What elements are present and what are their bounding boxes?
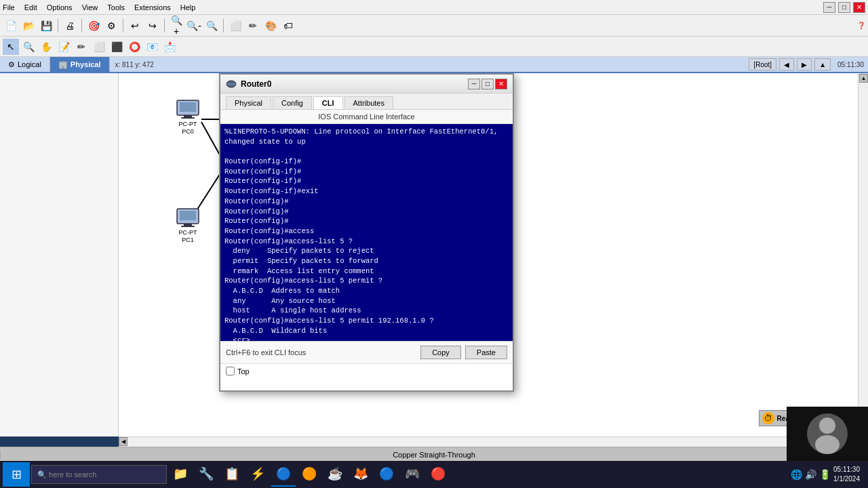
tab-cli[interactable]: CLI	[313, 96, 343, 109]
device-pc0[interactable]: PC-PTPC0	[174, 99, 201, 136]
physical-icon: 🏢	[58, 60, 68, 69]
tab-bar-right: [Root] ◀ ▶ ▲ 05:11:30	[749, 57, 868, 72]
tab-config[interactable]: Config	[273, 96, 312, 109]
h-scroll-track[interactable]	[127, 437, 849, 447]
menu-extensions[interactable]: Extensions	[134, 3, 171, 12]
preferences-button[interactable]: ⚙	[103, 18, 119, 34]
move-tool[interactable]: 🔍	[20, 39, 37, 55]
maximize-button[interactable]: □	[838, 2, 850, 13]
inspect-tool[interactable]: ⬜	[91, 39, 107, 55]
scroll-track[interactable]	[859, 83, 868, 426]
dialog-maximize-button[interactable]: □	[481, 79, 494, 89]
root-button[interactable]: [Root]	[749, 58, 776, 70]
network-canvas[interactable]: PC-PTPC0 2811Router0	[119, 73, 858, 436]
nav-up-button[interactable]: ▲	[814, 58, 831, 70]
tab-attributes[interactable]: Attributes	[344, 96, 393, 109]
cli-line: Router(config)#	[224, 207, 509, 217]
separator	[223, 19, 224, 33]
save-button[interactable]: 💾	[38, 18, 54, 34]
taskbar-file-explorer-button[interactable]: 📁	[168, 462, 193, 487]
zoom-in-button[interactable]: 🔍+	[168, 18, 184, 34]
menu-help[interactable]: Help	[180, 3, 196, 12]
clock-display: 05:11:30	[837, 61, 864, 68]
open-button[interactable]: 📂	[20, 18, 37, 34]
separator	[58, 19, 58, 33]
menu-tools[interactable]: Tools	[107, 3, 125, 12]
svg-point-44	[819, 418, 835, 434]
print-button[interactable]: 🖨	[62, 18, 78, 34]
cli-line: any Any source host	[224, 296, 509, 306]
toolbar-secondary: ↖ 🔍 ✋ 📝 ✏ ⬜ ⬛ ⭕ 📧 📩	[0, 37, 868, 57]
taskbar-firefox-button[interactable]: 🦊	[349, 462, 373, 487]
device-pc1[interactable]: PC-PTPC1	[174, 207, 201, 244]
tray-network-icon[interactable]: 🌐	[791, 469, 802, 480]
move-layout-tool[interactable]: ✋	[38, 39, 54, 55]
nav-back-button[interactable]: ◀	[779, 58, 794, 70]
zoom-out-button[interactable]: 🔍-	[186, 18, 202, 34]
viewport-button[interactable]: ⬜	[227, 18, 243, 34]
annotate-button[interactable]: ✏	[245, 18, 261, 34]
svg-rect-36	[184, 224, 192, 226]
taskbar-app9-button[interactable]: 🎮	[400, 462, 425, 487]
h-scrollbar[interactable]: ◀ ▶	[119, 436, 858, 447]
dialog-title: Router0	[241, 79, 467, 89]
taskbar-app3-button[interactable]: ⚡	[245, 462, 270, 487]
taskbar-cisco-pt-button[interactable]: 🔵	[271, 462, 296, 487]
taskbar-app5-button[interactable]: 🟠	[297, 462, 321, 487]
taskbar-app10-button[interactable]: 🔴	[426, 462, 450, 487]
cli-line: Router(config)#access-list 5 ?	[224, 237, 509, 247]
minimize-button[interactable]: ─	[823, 2, 835, 13]
menu-options[interactable]: Options	[47, 3, 73, 12]
start-button[interactable]: ⊞	[3, 462, 30, 487]
tab-physical[interactable]: 🏢 Physical	[50, 57, 110, 72]
taskbar-app1-button[interactable]: 🔧	[194, 462, 218, 487]
palette-button[interactable]: 🎨	[262, 18, 279, 34]
left-panel	[0, 73, 119, 436]
menu-edit[interactable]: Edit	[24, 3, 37, 12]
cli-terminal[interactable]: %LINEPROTO-5-UPDOWN: Line protocol on In…	[220, 124, 513, 341]
cli-header: IOS Command Line Interface	[220, 110, 513, 124]
cli-line: Router(config-if)#	[224, 167, 509, 177]
menu-file[interactable]: File	[3, 3, 15, 12]
svg-rect-35	[180, 211, 196, 220]
place-note-tool[interactable]: 📝	[56, 39, 72, 55]
tab-physical[interactable]: Physical	[226, 96, 271, 109]
menu-bar: File Edit Options View Tools Extensions …	[0, 0, 868, 15]
tray-battery-icon[interactable]: 🔋	[819, 469, 831, 480]
tag-button[interactable]: 🏷	[280, 18, 296, 34]
copy-button[interactable]: Copy	[420, 346, 461, 359]
dialog-minimize-button[interactable]: ─	[468, 79, 480, 89]
resize-tool[interactable]: ⬛	[108, 39, 125, 55]
activity-wizard-button[interactable]: 🎯	[85, 18, 102, 34]
zoom-reset-button[interactable]: 🔍	[203, 18, 220, 34]
help-icon[interactable]: ❓	[857, 22, 865, 29]
new-button[interactable]: 📄	[3, 18, 19, 34]
tab-logical[interactable]: ⚙ Logical	[0, 57, 50, 72]
search-bar[interactable]: 🔍 here to search	[31, 465, 167, 484]
cli-line: A.B.C.D Wildcard bits	[224, 326, 509, 336]
taskbar-app2-button[interactable]: 📋	[220, 462, 244, 487]
add-pdu-tool[interactable]: 📩	[161, 39, 178, 55]
select-tool[interactable]: ↖	[3, 39, 19, 55]
taskbar-java-button[interactable]: ☕	[323, 462, 347, 487]
top-checkbox[interactable]	[226, 367, 235, 375]
undo-button[interactable]: ↩	[127, 18, 143, 34]
scroll-up-button[interactable]: ▲	[859, 74, 868, 83]
menu-view[interactable]: View	[82, 3, 98, 12]
separator	[164, 19, 165, 33]
scroll-left-button[interactable]: ◀	[119, 437, 127, 446]
redo-button[interactable]: ↪	[144, 18, 161, 34]
tray-volume-icon[interactable]: 🔊	[805, 469, 816, 480]
paste-button[interactable]: Paste	[465, 346, 507, 359]
dialog-close-button[interactable]: ✕	[495, 79, 507, 89]
nav-forward-button[interactable]: ▶	[797, 58, 812, 70]
v-scrollbar[interactable]: ▲ ▼	[858, 73, 868, 436]
cli-line: host A single host address	[224, 306, 509, 316]
draw-line-tool[interactable]: 📧	[144, 39, 160, 55]
taskbar-app8-button[interactable]: 🔵	[374, 462, 399, 487]
draw-polygon-tool[interactable]: ⭕	[126, 39, 142, 55]
delete-tool[interactable]: ✏	[73, 39, 90, 55]
clock-display[interactable]: 05:11:30 1/1/2024	[833, 465, 860, 484]
coords-display: x: 811 y: 472	[115, 57, 154, 72]
close-button[interactable]: ✕	[853, 2, 865, 13]
